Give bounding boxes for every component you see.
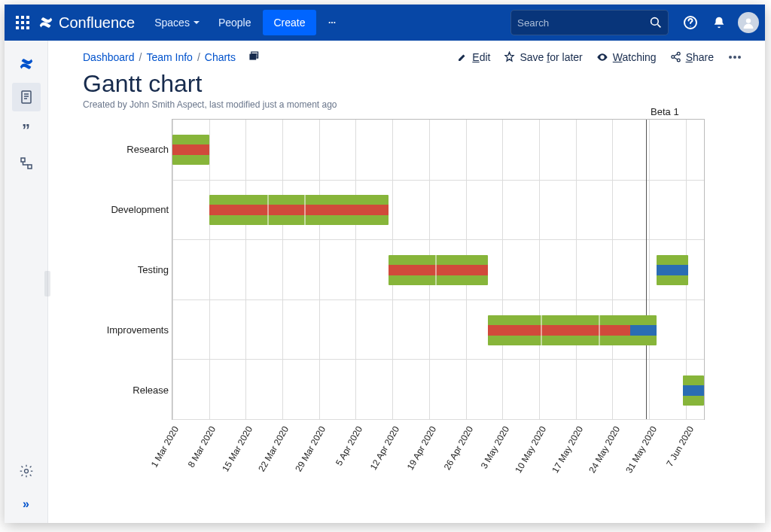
svg-point-11 — [334, 22, 335, 23]
search-icon — [650, 17, 662, 29]
confluence-logo-icon — [38, 14, 54, 31]
x-tick-label: 29 Mar 2020 — [294, 424, 328, 473]
sidebar-quotes[interactable]: ” — [12, 116, 41, 144]
svg-point-27 — [677, 59, 680, 62]
svg-point-16 — [746, 18, 751, 23]
x-tick-label: 1 Mar 2020 — [149, 424, 181, 470]
svg-line-13 — [657, 24, 660, 27]
search-box[interactable] — [510, 10, 669, 35]
watching-button[interactable]: Watching — [596, 51, 657, 63]
svg-rect-2 — [26, 16, 29, 19]
page-context-icon[interactable] — [248, 50, 260, 64]
x-tick-label: 12 Apr 2020 — [368, 424, 401, 472]
row-label: Testing — [86, 264, 169, 275]
page-more-button[interactable] — [727, 55, 742, 59]
sidebar-expand[interactable]: » — [12, 490, 41, 518]
gantt-bar[interactable] — [389, 255, 489, 285]
crumb-2[interactable]: Charts — [205, 51, 236, 63]
svg-point-30 — [738, 56, 741, 59]
svg-point-25 — [677, 52, 680, 55]
svg-point-23 — [24, 470, 28, 473]
create-button[interactable]: Create — [263, 10, 315, 35]
bell-icon — [712, 16, 726, 29]
x-tick-label: 22 Mar 2020 — [257, 424, 291, 473]
crumb-1[interactable]: Team Info — [146, 51, 192, 63]
gantt-bar[interactable] — [209, 195, 389, 225]
gantt-chart: Beta 1 ResearchDevelopmentTestingImprove… — [83, 119, 742, 503]
avatar-icon — [742, 17, 754, 29]
help-button[interactable] — [678, 10, 703, 35]
svg-rect-8 — [26, 26, 29, 29]
star-icon — [504, 51, 515, 62]
gear-icon — [19, 464, 34, 479]
nav-people-label: People — [218, 17, 251, 29]
gantt-bar[interactable] — [488, 315, 657, 345]
eye-icon — [596, 51, 608, 63]
sidebar-settings[interactable] — [12, 457, 41, 485]
svg-rect-6 — [16, 26, 19, 29]
svg-point-26 — [672, 56, 675, 59]
create-button-label: Create — [273, 17, 305, 29]
share-button[interactable]: Share — [670, 51, 714, 63]
sidebar-confluence[interactable] — [12, 50, 41, 78]
more-horizontal-icon — [727, 55, 742, 59]
help-icon — [683, 15, 698, 30]
svg-rect-0 — [16, 16, 19, 19]
confluence-brand[interactable]: Confluence — [38, 14, 135, 32]
chevron-down-icon — [193, 19, 200, 26]
save-for-later-button[interactable]: Save for later — [504, 51, 582, 63]
svg-point-15 — [690, 26, 690, 26]
x-tick-label: 5 Apr 2020 — [334, 424, 364, 467]
app-switcher-icon[interactable] — [14, 14, 32, 32]
crumb-0[interactable]: Dashboard — [83, 51, 135, 63]
svg-rect-22 — [28, 165, 32, 169]
gantt-bar[interactable] — [657, 255, 688, 285]
sidebar-tree[interactable] — [12, 149, 41, 178]
tree-icon — [19, 156, 34, 171]
app-name: Confluence — [59, 14, 135, 32]
avatar[interactable] — [738, 12, 759, 33]
share-icon — [670, 51, 681, 62]
row-label: Release — [86, 385, 169, 396]
x-tick-label: 19 Apr 2020 — [404, 424, 437, 472]
row-label: Improvements — [86, 324, 169, 336]
svg-point-9 — [328, 22, 330, 23]
svg-rect-7 — [21, 26, 24, 29]
x-tick-label: 7 Jun 2020 — [664, 424, 696, 468]
svg-rect-4 — [21, 21, 24, 24]
x-tick-label: 15 Mar 2020 — [220, 424, 254, 473]
x-tick-label: 8 Mar 2020 — [185, 424, 217, 470]
nav-people[interactable]: People — [209, 5, 261, 41]
expand-icon: » — [23, 497, 29, 511]
x-tick-label: 26 Apr 2020 — [441, 424, 474, 472]
x-tick-label: 31 May 2020 — [623, 424, 659, 475]
page-byline: Created by John Smith Aspect, last modif… — [83, 99, 742, 110]
sidebar-pages[interactable] — [12, 83, 41, 111]
svg-point-12 — [651, 18, 659, 26]
nav-spaces[interactable]: Spaces — [145, 5, 209, 41]
row-label: Research — [86, 144, 169, 155]
left-sidebar: ” » — [5, 41, 48, 523]
plot-area: Beta 1 — [172, 119, 705, 420]
chart-marker-label: Beta 1 — [651, 106, 679, 117]
svg-rect-1 — [21, 16, 24, 19]
row-label: Development — [86, 204, 169, 215]
breadcrumb: Dashboard / Team Info / Charts — [83, 50, 260, 64]
x-tick-label: 17 May 2020 — [550, 424, 585, 475]
pencil-icon — [457, 52, 468, 62]
notifications-button[interactable] — [706, 10, 732, 35]
x-tick-label: 3 May 2020 — [479, 424, 511, 470]
nav-more-button[interactable] — [319, 5, 345, 41]
svg-rect-17 — [22, 91, 31, 103]
x-tick-label: 24 May 2020 — [587, 424, 622, 475]
svg-rect-21 — [21, 158, 25, 162]
svg-rect-3 — [16, 21, 19, 24]
svg-rect-5 — [26, 21, 29, 24]
gantt-bar[interactable] — [683, 375, 704, 406]
more-horizontal-icon — [328, 20, 336, 25]
edit-button[interactable]: EEditdit — [457, 51, 490, 63]
gantt-bar[interactable] — [172, 135, 209, 165]
svg-point-10 — [331, 22, 332, 23]
search-input[interactable] — [517, 17, 650, 29]
x-tick-label: 10 May 2020 — [513, 424, 549, 475]
